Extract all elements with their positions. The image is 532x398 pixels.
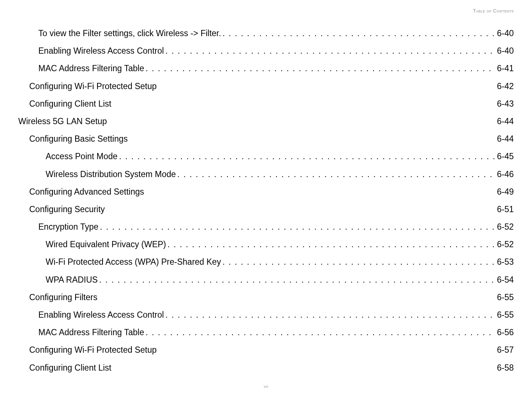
toc-leader: [164, 45, 495, 57]
toc-entry[interactable]: Enabling Wireless Access Control6-40: [18, 45, 514, 57]
toc-entry[interactable]: To view the Filter settings, click Wirel…: [18, 27, 514, 39]
toc-title: Configuring Wi-Fi Protected Setup: [29, 344, 157, 356]
toc-entry[interactable]: Configuring Security6-51: [18, 203, 514, 215]
toc-title: Configuring Security: [29, 203, 105, 215]
toc-entry[interactable]: Configuring Advanced Settings6-49: [18, 186, 514, 198]
toc-title: Wired Equivalent Privacy (WEP): [46, 238, 166, 250]
toc-page-number: 6-49: [495, 186, 514, 198]
toc-title: Wi-Fi Protected Access (WPA) Pre-Shared …: [46, 256, 221, 268]
toc-page-number: 6-54: [495, 274, 514, 286]
toc-entry[interactable]: Access Point Mode6-45: [18, 150, 514, 162]
toc-entry[interactable]: Encryption Type6-52: [18, 221, 514, 233]
toc-title: Enabling Wireless Access Control: [38, 309, 164, 321]
toc-page-number: 6-56: [495, 326, 514, 338]
table-of-contents: To view the Filter settings, click Wirel…: [18, 27, 514, 374]
toc-entry[interactable]: Configuring Filters6-55: [18, 291, 514, 303]
toc-leader: [98, 274, 495, 286]
toc-title: MAC Address Filtering Table: [38, 62, 144, 74]
toc-title: Configuring Wi-Fi Protected Setup: [29, 80, 157, 92]
toc-title: Configuring Filters: [29, 291, 97, 303]
toc-page-number: 6-52: [495, 221, 514, 233]
toc-leader: [166, 238, 495, 250]
toc-entry[interactable]: Configuring Wi-Fi Protected Setup6-42: [18, 80, 514, 92]
toc-leader: [118, 150, 495, 162]
toc-title: Access Point Mode: [46, 150, 118, 162]
toc-title: Configuring Basic Settings: [29, 133, 128, 145]
toc-title: Wireless Distribution System Mode: [46, 168, 176, 180]
toc-leader: [144, 62, 495, 74]
toc-entry[interactable]: Configuring Basic Settings6-44: [18, 133, 514, 145]
toc-page-number: 6-51: [495, 203, 514, 215]
toc-page-number: 6-46: [495, 168, 514, 180]
toc-page-number: 6-57: [495, 344, 514, 356]
toc-title: MAC Address Filtering Table: [38, 326, 144, 338]
toc-page-number: 6-55: [495, 291, 514, 303]
toc-page-number: 6-40: [495, 45, 514, 57]
toc-entry[interactable]: Wired Equivalent Privacy (WEP)6-52: [18, 238, 514, 250]
toc-page-number: 6-44: [495, 133, 514, 145]
toc-leader: [221, 256, 495, 268]
toc-title: Configuring Advanced Settings: [29, 186, 144, 198]
toc-entry[interactable]: Configuring Client List6-43: [18, 98, 514, 110]
toc-page-number: 6-43: [495, 98, 514, 110]
toc-page-number: 6-52: [495, 238, 514, 250]
toc-entry[interactable]: WPA RADIUS6-54: [18, 274, 514, 286]
toc-entry[interactable]: MAC Address Filtering Table6-41: [18, 62, 514, 74]
toc-title: WPA RADIUS: [46, 274, 98, 286]
toc-page-number: 6-55: [495, 309, 514, 321]
toc-leader: [164, 309, 495, 321]
toc-title: Configuring Client List: [29, 362, 111, 374]
toc-page-number: 6-42: [495, 80, 514, 92]
toc-title: Encryption Type: [38, 221, 99, 233]
toc-page-number: 6-40: [495, 27, 514, 39]
toc-entry[interactable]: Wi-Fi Protected Access (WPA) Pre-Shared …: [18, 256, 514, 268]
toc-page-number: 6-45: [495, 150, 514, 162]
page-footer: vii: [264, 383, 268, 389]
toc-entry[interactable]: Wireless 5G LAN Setup6-44: [18, 115, 514, 127]
toc-entry[interactable]: Configuring Client List6-58: [18, 362, 514, 374]
toc-leader: [144, 326, 495, 338]
toc-page-number: 6-44: [495, 115, 514, 127]
toc-entry[interactable]: Wireless Distribution System Mode6-46: [18, 168, 514, 180]
toc-entry[interactable]: MAC Address Filtering Table6-56: [18, 326, 514, 338]
toc-title: Wireless 5G LAN Setup: [18, 115, 107, 127]
toc-leader: [176, 168, 495, 180]
toc-title: Enabling Wireless Access Control: [38, 45, 164, 57]
toc-page-number: 6-58: [495, 362, 514, 374]
toc-entry[interactable]: Enabling Wireless Access Control6-55: [18, 309, 514, 321]
toc-page-number: 6-53: [495, 256, 514, 268]
toc-leader: [221, 27, 495, 39]
page-header: Table of Contents: [473, 8, 514, 14]
toc-leader: [99, 221, 495, 233]
toc-entry[interactable]: Configuring Wi-Fi Protected Setup6-57: [18, 344, 514, 356]
toc-page-number: 6-41: [495, 62, 514, 74]
toc-title: Configuring Client List: [29, 98, 111, 110]
toc-title: To view the Filter settings, click Wirel…: [38, 27, 221, 39]
